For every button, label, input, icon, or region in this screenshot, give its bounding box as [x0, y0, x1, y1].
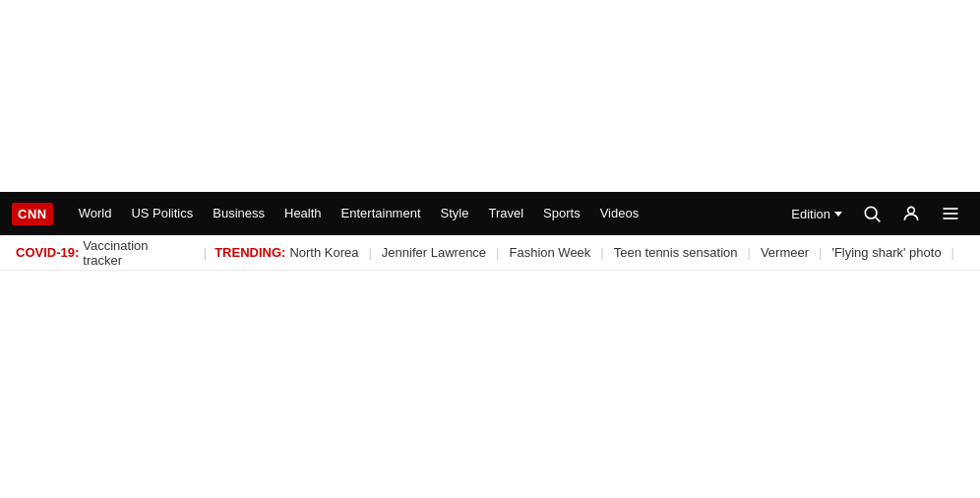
trending-items: North Korea | Jennifer Lawrence | Fashio…: [289, 245, 964, 260]
nav-world[interactable]: World: [69, 192, 122, 235]
trending-jennifer-lawrence[interactable]: Jennifer Lawrence: [382, 245, 486, 260]
trend-sep-5: |: [819, 245, 822, 260]
svg-point-0: [865, 207, 877, 218]
trend-sep-6: |: [951, 245, 954, 260]
cnn-logo[interactable]: CNN: [12, 203, 53, 225]
user-icon: [901, 204, 921, 223]
nav-travel[interactable]: Travel: [478, 192, 533, 235]
trend-sep-4: |: [748, 245, 751, 260]
nav-right: Edition: [783, 192, 968, 235]
nav-health[interactable]: Health: [275, 192, 332, 235]
main-navbar: CNN World US Politics Business Health En…: [0, 192, 980, 235]
trend-sep-2: |: [496, 245, 499, 260]
edition-button[interactable]: Edition: [783, 207, 850, 221]
trending-north-korea[interactable]: North Korea: [289, 245, 358, 260]
trend-sep-3: |: [600, 245, 603, 260]
edition-label: Edition: [791, 207, 830, 221]
nav-sports[interactable]: Sports: [533, 192, 590, 235]
hamburger-icon: [941, 204, 960, 223]
nav-style[interactable]: Style: [431, 192, 479, 235]
nav-entertainment[interactable]: Entertainment: [332, 192, 431, 235]
search-button[interactable]: [854, 192, 889, 235]
trending-teen-tennis[interactable]: Teen tennis sensation: [614, 245, 738, 260]
nav-links: World US Politics Business Health Entert…: [69, 192, 784, 235]
nav-us-politics[interactable]: US Politics: [121, 192, 203, 235]
chevron-down-icon: [834, 212, 842, 217]
trending-fashion-week[interactable]: Fashion Week: [509, 245, 590, 260]
separator-1: |: [204, 245, 207, 260]
svg-point-2: [908, 207, 915, 214]
svg-line-1: [876, 218, 881, 222]
trending-label: TRENDING:: [214, 245, 285, 260]
trending-vermeer[interactable]: Vermeer: [761, 245, 809, 260]
search-icon: [862, 204, 882, 223]
trend-sep-1: |: [368, 245, 371, 260]
trending-bar: COVID-19: Vaccination tracker | TRENDING…: [0, 235, 980, 271]
nav-business[interactable]: Business: [203, 192, 275, 235]
covid-link[interactable]: Vaccination tracker: [83, 238, 187, 268]
menu-button[interactable]: [933, 192, 968, 235]
covid-label: COVID-19:: [16, 245, 79, 260]
user-button[interactable]: [893, 192, 929, 235]
nav-videos[interactable]: Videos: [590, 192, 649, 235]
trending-flying-shark[interactable]: 'Flying shark' photo: [831, 245, 941, 260]
